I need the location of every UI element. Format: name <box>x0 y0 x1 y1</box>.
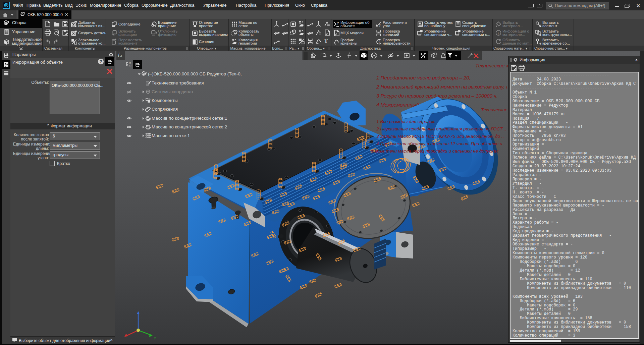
svg-text:также течи масла через проклад: также течи масла через прокладки и сальн… <box>371 149 499 154</box>
svg-text:4 Произвести обкатку в течен: 4 Произвести обкатку в течении 12 часов.… <box>376 141 502 146</box>
svg-text:Y: Y <box>154 336 156 341</box>
svg-text:1 Все размеры для справок.: 1 Все размеры для справок. <box>376 119 436 124</box>
svg-text:3 Залить масло КС-19 ГОСТ 92: 3 Залить масло КС-19 ГОСТ 9243-75 или ан… <box>376 134 504 139</box>
svg-text:Технические: Технические <box>481 107 507 112</box>
svg-text:2 Неуказанные предельные отк: 2 Неуказанные предельные отклонения разм… <box>376 126 506 131</box>
svg-text:2 Номинальный крутящий момен: 2 Номинальный крутящий момент на выходно… <box>376 84 519 90</box>
svg-text:Технические ха: Технические ха <box>475 63 512 68</box>
svg-text:12: 12 <box>129 64 131 67</box>
svg-text:1 Передаточное число редукто: 1 Передаточное число редуктора – 20, <box>376 75 471 80</box>
